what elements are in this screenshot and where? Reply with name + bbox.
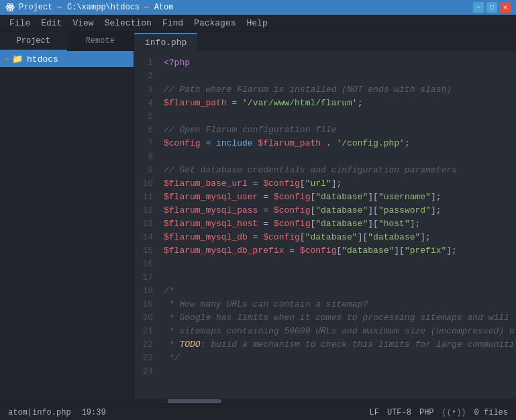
code-line (164, 258, 516, 271)
code-line: /* (164, 284, 516, 298)
tree-item-htdocs[interactable]: ▶ 📁 htdocs (0, 51, 134, 67)
svg-point-0 (9, 6, 11, 9)
line-number: 22 (134, 338, 153, 352)
line-number: 6 (134, 123, 153, 137)
line-number: 23 (134, 352, 153, 365)
menu-file[interactable]: File (4, 16, 36, 30)
status-files: 0 files (474, 408, 508, 417)
line-number: 19 (134, 298, 153, 311)
code-line: $flarum_mysql_pass = $config["database"]… (164, 204, 516, 217)
title-bar-title: Project — C:\xampp\htdocs — Atom (19, 3, 173, 12)
status-bar: atom|info.php 19:39 LF UTF-8 PHP ((•)) 0… (0, 404, 516, 420)
menu-bar: File Edit View Selection Find Packages H… (0, 15, 516, 32)
line-numbers: 123456789101112131415161718192021222324 (134, 51, 161, 399)
status-language[interactable]: PHP (419, 408, 434, 417)
minimize-button[interactable]: ─ (473, 2, 484, 13)
code-line: // Open Flarum configuration file (164, 123, 516, 137)
line-number: 11 (134, 191, 153, 204)
line-number: 13 (134, 217, 153, 231)
code-line (164, 150, 516, 164)
sidebar-content: ▶ 📁 htdocs (0, 51, 134, 404)
signal-icon: ((•)) (442, 408, 466, 417)
title-bar-controls: ─ □ ✕ (473, 2, 511, 13)
line-number: 17 (134, 271, 153, 284)
code-line: * Google has limits when it comes to pro… (164, 311, 516, 325)
code-line: * sitemaps containing 50000 URLs and max… (164, 325, 516, 338)
menu-packages[interactable]: Packages (189, 16, 241, 30)
code-line: $flarum_mysql_user = $config["database"]… (164, 191, 516, 204)
code-display[interactable]: 123456789101112131415161718192021222324 … (134, 51, 516, 399)
line-number: 14 (134, 231, 153, 244)
menu-selection[interactable]: Selection (99, 16, 157, 30)
line-number: 20 (134, 311, 153, 325)
code-line: $config = include $flarum_path . '/confi… (164, 137, 516, 150)
code-line: // Get database credentials and cinfigur… (164, 164, 516, 177)
code-line: $flarum_path = '/var/www/html/flarum'; (164, 97, 516, 110)
menu-edit[interactable]: Edit (36, 16, 67, 30)
sidebar-tabs: Project Remote (0, 32, 134, 51)
line-number: 16 (134, 258, 153, 271)
maximize-button[interactable]: □ (486, 2, 497, 13)
status-position: 19:39 (82, 408, 106, 417)
line-number: 24 (134, 365, 153, 378)
status-utf[interactable]: UTF-8 (387, 408, 411, 417)
code-line: $flarum_base_url = $config["url"]; (164, 177, 516, 191)
status-right: LF UTF-8 PHP ((•)) 0 files (370, 408, 508, 417)
atom-icon (5, 3, 15, 12)
tree-arrow-icon: ▶ (5, 55, 9, 63)
status-signal: ((•)) (442, 408, 466, 417)
code-line: */ (164, 352, 516, 365)
scroll-thumb[interactable] (168, 399, 221, 403)
menu-help[interactable]: Help (242, 16, 273, 30)
code-line: <?php (164, 56, 516, 70)
code-lines: <?php // Path where Flarum is installed … (161, 51, 516, 399)
line-number: 5 (134, 110, 153, 123)
line-number: 7 (134, 137, 153, 150)
line-number: 4 (134, 97, 153, 110)
code-line (164, 271, 516, 284)
line-number: 2 (134, 70, 153, 83)
line-number: 10 (134, 177, 153, 191)
line-number: 18 (134, 284, 153, 298)
code-line (164, 70, 516, 83)
code-line: $flarum_mysql_db_prefix = $config["datab… (164, 244, 516, 258)
code-line: * TODO: build a mechanism to check this … (164, 338, 516, 352)
code-line (164, 365, 516, 378)
line-number: 15 (134, 244, 153, 258)
folder-icon: 📁 (12, 54, 23, 64)
code-line: * How many URLs can contain a sitemap? (164, 298, 516, 311)
close-button[interactable]: ✕ (500, 2, 511, 13)
line-number: 1 (134, 56, 153, 70)
status-file: atom|info.php (8, 408, 71, 417)
menu-find[interactable]: Find (157, 16, 189, 30)
line-number: 12 (134, 204, 153, 217)
line-number: 21 (134, 325, 153, 338)
line-number: 9 (134, 164, 153, 177)
code-line: // Path where Flarum is installed (NOT e… (164, 83, 516, 97)
title-bar: Project — C:\xampp\htdocs — Atom ─ □ ✕ (0, 0, 516, 15)
sidebar: Project Remote ▶ 📁 htdocs (0, 32, 134, 404)
line-number: 3 (134, 83, 153, 97)
tree-item-label: htdocs (27, 54, 58, 64)
code-line (164, 110, 516, 123)
sidebar-tab-project[interactable]: Project (0, 32, 67, 51)
status-lf[interactable]: LF (370, 408, 379, 417)
horizontal-scrollbar[interactable] (134, 399, 516, 404)
editor-tab-info-php[interactable]: info.php (134, 33, 197, 51)
main-area: Project Remote ▶ 📁 htdocs info.php 12345… (0, 32, 516, 404)
status-left: atom|info.php 19:39 (8, 408, 106, 417)
editor-area: info.php 1234567891011121314151617181920… (134, 32, 516, 404)
code-line: $flarum_mysql_db = $config["database"]["… (164, 231, 516, 244)
title-bar-left: Project — C:\xampp\htdocs — Atom (5, 3, 173, 12)
code-line: $flarum_mysql_host = $config["database"]… (164, 217, 516, 231)
editor-content[interactable]: 123456789101112131415161718192021222324 … (134, 51, 516, 399)
editor-tabs: info.php (134, 32, 516, 51)
menu-view[interactable]: View (67, 16, 99, 30)
line-number: 8 (134, 150, 153, 164)
sidebar-tab-remote[interactable]: Remote (67, 32, 134, 51)
